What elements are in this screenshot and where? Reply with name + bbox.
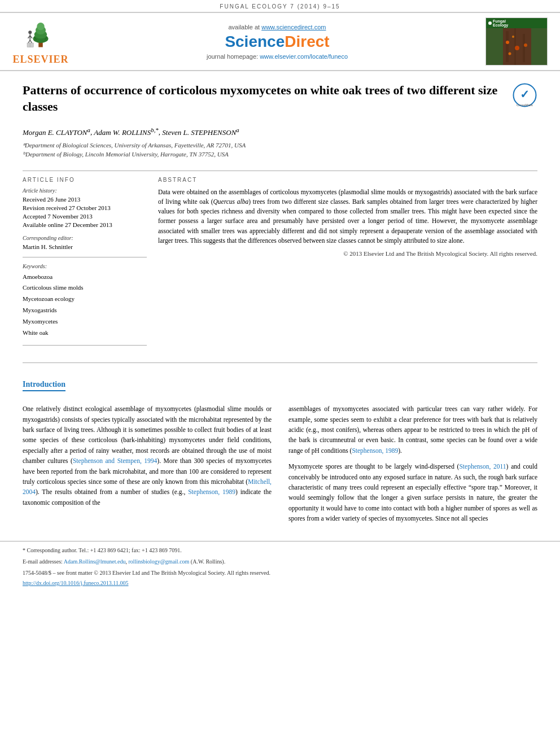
intro-para-3: Myxomycete spores are thought to be larg…	[288, 461, 537, 523]
author-3-sup: a	[236, 126, 239, 133]
corresponding-editor-block: Corresponding editor: Martin H. Schnittl…	[23, 235, 147, 250]
revision-date: Revision received 27 October 2013	[23, 204, 147, 211]
keywords-block: Keywords: Amoebozoa Corticolous slime mo…	[23, 263, 147, 339]
abstract-copyright: © 2013 Elsevier Ltd and The British Myco…	[158, 250, 537, 257]
author-2: Adam W. ROLLINSb,*	[94, 128, 159, 137]
svg-line-12	[30, 40, 32, 43]
svg-line-11	[28, 40, 30, 43]
svg-point-4	[37, 23, 45, 30]
journal-bar-text: FUNGAL ECOLOGY 7 (2014) 9–15	[220, 3, 340, 10]
svg-rect-13	[27, 43, 33, 47]
header-area: ELSEVIER available at www.sciencedirect.…	[0, 12, 560, 71]
available-at-text: available at www.sciencedirect.com	[228, 24, 326, 30]
journal-bar: FUNGAL ECOLOGY 7 (2014) 9–15	[0, 0, 560, 12]
ref-stephenson-2011[interactable]: Stephenson, 2011	[459, 463, 506, 470]
email-link-1[interactable]: Adam.Rollins@lmunet.edu	[64, 558, 126, 565]
introduction-header: Introduction	[23, 380, 65, 391]
info-abstract-section: ARTICLE INFO Article history: Received 2…	[0, 177, 560, 352]
svg-point-22	[512, 36, 514, 38]
intro-para-1: One relatively distinct ecological assem…	[23, 404, 272, 508]
journal-cover-area: FungalEcology	[480, 18, 553, 65]
sciencedirect-link[interactable]: www.sciencedirect.com	[261, 24, 326, 30]
article-info-header: ARTICLE INFO	[23, 177, 147, 183]
history-label: Article history:	[23, 187, 147, 194]
title-section: Patterns of occurrence of corticolous my…	[0, 71, 560, 120]
species-name: Quercus alba	[213, 198, 249, 205]
left-divider	[23, 257, 147, 257]
corresponding-note: * Corresponding author. Tel.: +1 423 869…	[23, 546, 537, 555]
body-text: One relatively distinct ecological assem…	[0, 404, 560, 529]
keywords-label: Keywords:	[23, 263, 147, 269]
article-info-col: ARTICLE INFO Article history: Received 2…	[23, 177, 147, 352]
doi-link[interactable]: http://dx.doi.org/10.1016/j.funeco.2013.…	[23, 580, 129, 586]
authors-line: Morgan E. CLAYTONa, Adam W. ROLLINSb,*, …	[23, 126, 537, 137]
author-1-sup: a	[88, 126, 90, 133]
svg-rect-19	[523, 34, 525, 62]
authors-section: Morgan E. CLAYTONa, Adam W. ROLLINSb,*, …	[0, 120, 560, 164]
divider-2	[23, 362, 537, 363]
svg-point-21	[515, 46, 519, 50]
cover-title: FungalEcology	[493, 19, 508, 27]
journal-cover-header: FungalEcology	[486, 18, 547, 28]
divider-1	[23, 171, 537, 171]
available-online-date: Available online 27 December 2013	[23, 221, 147, 228]
elsevier-logo: ELSEVIER	[12, 18, 68, 65]
availability-note: 1754-5048/$ – see front matter © 2013 El…	[23, 569, 537, 578]
svg-text:CrossMark: CrossMark	[517, 103, 533, 107]
journal-cover: FungalEcology	[485, 18, 548, 65]
svg-point-23	[524, 43, 527, 47]
keyword-1: Amoebozoa	[23, 272, 147, 283]
journal-homepage-link[interactable]: www.elsevier.com/locate/funeco	[260, 53, 348, 60]
elsevier-logo-area: ELSEVIER	[7, 18, 75, 65]
elsevier-tree-icon	[24, 18, 58, 51]
email-link-2[interactable]: rollinsbiology@gmail.com	[129, 558, 190, 565]
affiliation-a: ᵃDepartment of Biological Sciences, Univ…	[23, 141, 537, 150]
journal-cover-image	[486, 28, 547, 65]
intro-para-2: assemblages of myxomycetes associated wi…	[288, 404, 537, 456]
keyword-3: Mycetozoan ecology	[23, 294, 147, 305]
journal-homepage-text: journal homepage: www.elsevier.com/locat…	[207, 53, 348, 60]
elsevier-wordmark: ELSEVIER	[12, 54, 68, 65]
introduction-section: Introduction	[0, 369, 560, 404]
corresponding-editor-label: Corresponding editor:	[23, 235, 147, 241]
cover-dot	[488, 21, 492, 25]
history-block: Article history: Received 26 June 2013 R…	[23, 187, 147, 228]
body-col-left: One relatively distinct ecological assem…	[23, 404, 272, 529]
svg-point-7	[28, 30, 32, 34]
keyword-2: Corticolous slime molds	[23, 282, 147, 294]
svg-point-20	[506, 41, 509, 44]
accepted-date: Accepted 7 November 2013	[23, 213, 147, 220]
sciencedirect-logo: ScienceDirect	[225, 33, 329, 51]
keyword-5: Myxomycetes	[23, 316, 147, 327]
author-3: Steven L. STEPHENSONa	[162, 128, 239, 137]
keyword-6: White oak	[23, 327, 147, 339]
keywords-list: Amoebozoa Corticolous slime molds Myceto…	[23, 272, 147, 339]
email-note: E-mail addresses: Adam.Rollins@lmunet.ed…	[23, 557, 537, 566]
corresponding-editor-name: Martin H. Schnittler	[23, 243, 147, 250]
received-date: Received 26 June 2013	[23, 196, 147, 203]
svg-text:✓: ✓	[520, 88, 530, 101]
ref-stephenson-stempen[interactable]: Stephenson and Stempen, 1994	[73, 457, 157, 464]
abstract-header: ABSTRACT	[158, 177, 537, 183]
author-1: Morgan E. CLAYTONa	[23, 128, 90, 137]
svg-rect-17	[506, 31, 509, 62]
author-2-sup: b,*	[151, 126, 159, 133]
body-col-right: assemblages of myxomycetes associated wi…	[288, 404, 537, 529]
article-title: Patterns of occurrence of corticolous my…	[23, 82, 501, 115]
footer-section: * Corresponding author. Tel.: +1 423 869…	[0, 541, 560, 592]
ref-stephenson-1989b[interactable]: Stephenson, 1989	[352, 447, 398, 454]
crossmark-icon[interactable]: ✓ CrossMark	[512, 82, 537, 108]
header-center: available at www.sciencedirect.com Scien…	[80, 18, 474, 65]
left-divider-2	[23, 345, 147, 346]
affiliation-b: ᵇDepartment of Biology, Lincoln Memorial…	[23, 150, 537, 159]
doi-line: http://dx.doi.org/10.1016/j.funeco.2013.…	[23, 579, 537, 588]
affiliations: ᵃDepartment of Biological Sciences, Univ…	[23, 141, 537, 159]
ref-stephenson-1989[interactable]: Stephenson, 1989	[188, 488, 235, 495]
keyword-4: Myxogastrids	[23, 305, 147, 316]
abstract-text: Data were obtained on the assemblages of…	[158, 187, 537, 246]
cover-image-svg	[486, 28, 548, 65]
svg-point-24	[509, 53, 511, 55]
abstract-col: ABSTRACT Data were obtained on the assem…	[158, 177, 537, 352]
